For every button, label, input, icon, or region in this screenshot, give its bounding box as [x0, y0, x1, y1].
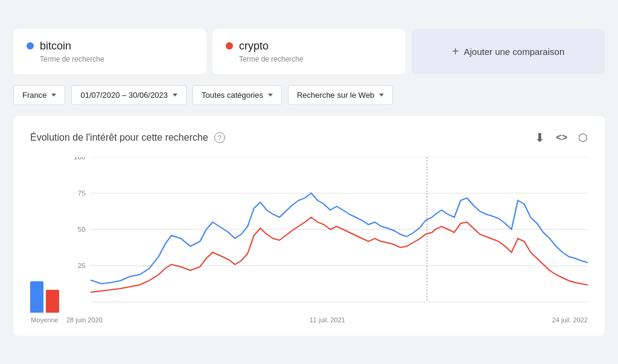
help-icon[interactable]: ? — [214, 132, 225, 143]
chart-svg-container: 100 75 50 25 — [66, 157, 588, 314]
chart-actions: ⬇ <> ⬡ — [535, 130, 588, 145]
share-icon[interactable]: ⬡ — [578, 131, 588, 144]
chart-main: 100 75 50 25 — [66, 157, 588, 324]
filter-country[interactable]: France — [13, 85, 65, 105]
add-comparison-label: Ajouter une comparaison — [464, 46, 564, 57]
x-axis-labels: 28 juin 2020 11 juil. 2021 24 juil. 2022 — [66, 314, 588, 324]
bitcoin-dot — [27, 42, 34, 49]
crypto-term: crypto — [239, 40, 269, 53]
add-comparison-card[interactable]: + Ajouter une comparaison — [412, 29, 605, 74]
svg-text:75: 75 — [78, 190, 86, 197]
x-label-1: 11 juil. 2021 — [310, 316, 345, 324]
bitcoin-subtitle: Terme de recherche — [40, 55, 193, 63]
avg-label: Moyenne — [31, 316, 58, 324]
chevron-down-icon — [379, 94, 384, 97]
filter-daterange[interactable]: 01/07/2020 – 30/06/2023 — [71, 85, 186, 105]
main-container: bitcoin Terme de recherche crypto Terme … — [13, 29, 605, 336]
crypto-line — [91, 217, 588, 292]
avg-bar-crypto — [46, 290, 59, 313]
chart-title: Évolution de l'intérêt pour cette recher… — [30, 132, 208, 143]
filter-category[interactable]: Toutes catégories — [193, 85, 282, 105]
svg-text:50: 50 — [78, 226, 86, 233]
bitcoin-line — [91, 193, 588, 284]
svg-text:25: 25 — [78, 262, 86, 269]
chevron-down-icon — [51, 94, 56, 97]
chart-card: Évolution de l'intérêt pour cette recher… — [13, 116, 605, 336]
crypto-card: crypto Terme de recherche — [212, 29, 406, 74]
crypto-dot — [226, 42, 233, 49]
chevron-down-icon — [173, 94, 177, 97]
x-label-0: 28 juin 2020 — [66, 316, 103, 324]
filter-searchtype[interactable]: Recherche sur le Web — [288, 85, 393, 105]
avg-bar-bitcoin — [30, 281, 43, 313]
bitcoin-term: bitcoin — [40, 40, 71, 53]
plus-icon: + — [452, 45, 459, 59]
embed-icon[interactable]: <> — [556, 132, 567, 143]
chevron-down-icon — [268, 94, 273, 97]
crypto-card-header: crypto — [226, 40, 392, 53]
x-label-2: 24 juil. 2022 — [552, 316, 588, 324]
chart-left: Moyenne — [30, 276, 59, 324]
bitcoin-card: bitcoin Terme de recherche — [13, 29, 206, 74]
bitcoin-card-header: bitcoin — [27, 40, 193, 53]
filters-row: France 01/07/2020 – 30/06/2023 Toutes ca… — [13, 81, 605, 109]
chart-header: Évolution de l'intérêt pour cette recher… — [30, 130, 588, 145]
chart-svg: 100 75 50 25 — [66, 157, 588, 314]
crypto-subtitle: Terme de recherche — [239, 55, 392, 63]
avg-bars — [30, 276, 59, 313]
cards-row: bitcoin Terme de recherche crypto Terme … — [13, 29, 605, 74]
svg-text:100: 100 — [74, 157, 85, 161]
download-icon[interactable]: ⬇ — [535, 130, 545, 145]
chart-area: Moyenne 100 — [30, 157, 588, 324]
chart-title-area: Évolution de l'intérêt pour cette recher… — [30, 132, 225, 143]
